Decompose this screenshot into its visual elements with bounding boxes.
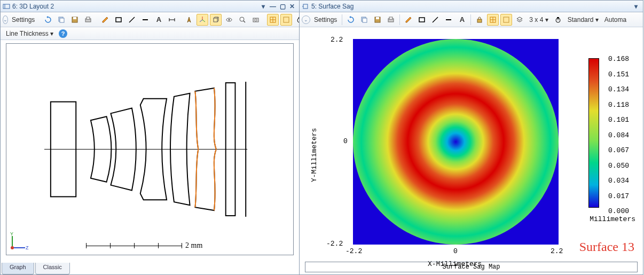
- svg-line-21: [244, 21, 245, 22]
- print-icon[interactable]: [385, 14, 397, 26]
- y-axis-label: Y-Millimeters: [310, 128, 318, 182]
- cb-tick: 0.134: [608, 85, 629, 93]
- line-thickness-dropdown[interactable]: Line Thickness ▾: [4, 30, 56, 37]
- window-title: 6: 3D Layout 2: [12, 3, 54, 10]
- separator: [342, 14, 342, 25]
- toolbar-left-2: Line Thickness ▾ ?: [1, 27, 299, 40]
- line-icon[interactable]: [126, 14, 138, 26]
- svg-line-9: [129, 17, 135, 22]
- line-icon[interactable]: [429, 14, 441, 26]
- svg-rect-17: [214, 18, 217, 22]
- refresh-icon[interactable]: [42, 14, 54, 26]
- separator: [470, 14, 471, 25]
- text-a-icon[interactable]: A: [153, 14, 164, 26]
- pencil-icon[interactable]: [403, 14, 414, 26]
- svg-line-15: [202, 20, 205, 22]
- canvas-frame: [6, 43, 294, 255]
- save-icon[interactable]: [69, 14, 81, 26]
- svg-rect-48: [419, 18, 425, 22]
- grid-icon[interactable]: [280, 14, 292, 26]
- cb-tick: 0.118: [608, 101, 629, 109]
- cb-tick: 0.017: [608, 192, 629, 200]
- panel-3d-layout: 6: 3D Layout 2 ▾ — ▢ ✕ ⌄ Settings A Lin: [0, 0, 300, 275]
- copy-icon[interactable]: [358, 14, 370, 26]
- scale-bar: 2 mm: [86, 241, 202, 250]
- scale-label: 2 mm: [185, 241, 202, 250]
- print-icon[interactable]: [82, 14, 94, 26]
- titlebar-left: 6: 3D Layout 2 ▾ — ▢ ✕: [1, 1, 299, 12]
- dash-icon[interactable]: [139, 14, 151, 26]
- svg-rect-51: [477, 19, 482, 22]
- x-tick-mid: 0: [453, 247, 458, 255]
- chevron-down-icon[interactable]: ⌄: [3, 15, 8, 24]
- cb-tick: 0.067: [608, 146, 629, 154]
- layout-canvas[interactable]: Y Z 2 mm Graph Classic: [1, 40, 299, 274]
- refresh-icon[interactable]: [345, 14, 357, 26]
- toolbar-right: ⌄ Settings A 3 x 4 ▾ Standard ▾ Automa: [300, 12, 643, 27]
- svg-rect-40: [303, 4, 308, 9]
- axis-xyz-icon[interactable]: [197, 14, 208, 26]
- line-thickness-label: Line Thickness: [6, 30, 49, 37]
- rectangle-icon[interactable]: [113, 14, 124, 26]
- automa-dropdown[interactable]: Automa: [602, 16, 629, 23]
- surface-annotation: Surface 13: [579, 240, 634, 254]
- dropdown-icon[interactable]: ▾: [631, 2, 641, 11]
- standard-dropdown[interactable]: Standard ▾: [566, 16, 601, 23]
- layout-icon: [3, 3, 10, 10]
- sag-canvas[interactable]: 2.2 0 -2.2 -2.2 0 2.2 Y-Millimeters X-Mi…: [300, 27, 643, 274]
- dropdown-icon[interactable]: ▾: [258, 2, 268, 11]
- layers-icon[interactable]: [514, 14, 525, 26]
- help-icon[interactable]: ?: [59, 29, 67, 38]
- svg-rect-8: [116, 18, 121, 22]
- chevron-down-icon[interactable]: ⌄: [302, 15, 310, 24]
- svg-rect-45: [376, 17, 379, 19]
- svg-rect-27: [284, 17, 289, 22]
- svg-point-39: [11, 246, 14, 249]
- cb-tick: 0.151: [608, 70, 629, 78]
- grid-icon[interactable]: [500, 14, 512, 26]
- x-tick-min: -2.2: [345, 247, 362, 255]
- lock-icon[interactable]: [474, 14, 485, 26]
- minimize-button[interactable]: —: [268, 2, 278, 11]
- text-a-icon[interactable]: A: [456, 14, 468, 26]
- cube-icon[interactable]: [210, 14, 222, 26]
- fit-icon[interactable]: [487, 14, 499, 26]
- x-tick-max: 2.2: [551, 247, 563, 255]
- svg-rect-55: [504, 17, 509, 22]
- cb-tick: 0.000: [608, 207, 629, 215]
- toolbar-left: ⌄ Settings A: [1, 12, 299, 27]
- cb-tick: 0.101: [608, 116, 629, 124]
- svg-rect-5: [73, 17, 76, 19]
- titlebar-right: 5: Surface Sag ▾: [300, 1, 643, 12]
- dash-icon[interactable]: [443, 14, 454, 26]
- zoom-icon[interactable]: [237, 14, 248, 26]
- stopwatch-icon[interactable]: [552, 14, 564, 26]
- close-button[interactable]: ✕: [287, 2, 297, 11]
- y-tick-mid: 0: [343, 137, 348, 145]
- save-icon[interactable]: [372, 14, 383, 26]
- grid-size-dropdown[interactable]: 3 x 4 ▾: [527, 16, 550, 23]
- footer-text: Surface Sag Map: [442, 263, 500, 271]
- fit-icon[interactable]: [267, 14, 279, 26]
- svg-point-19: [229, 19, 230, 20]
- camera-icon[interactable]: [250, 14, 262, 26]
- y-tick-min: -2.2: [326, 240, 343, 248]
- dimension-icon[interactable]: [166, 14, 178, 26]
- maximize-button[interactable]: ▢: [278, 2, 287, 11]
- eye-icon[interactable]: [223, 14, 235, 26]
- separator: [399, 14, 400, 25]
- compass-icon[interactable]: [183, 14, 195, 26]
- tab-classic[interactable]: Classic: [35, 263, 70, 274]
- tab-graph[interactable]: Graph: [2, 263, 34, 274]
- copy-icon[interactable]: [56, 14, 67, 26]
- settings-button[interactable]: Settings: [10, 16, 37, 23]
- svg-point-20: [240, 17, 244, 21]
- rectangle-icon[interactable]: [416, 14, 428, 26]
- grid-size-label: 3 x 4: [529, 16, 543, 23]
- svg-line-49: [433, 17, 438, 22]
- svg-rect-43: [363, 18, 367, 22]
- svg-rect-47: [389, 17, 392, 19]
- svg-rect-3: [60, 18, 64, 22]
- settings-button[interactable]: Settings: [312, 16, 339, 23]
- pencil-icon[interactable]: [99, 14, 111, 26]
